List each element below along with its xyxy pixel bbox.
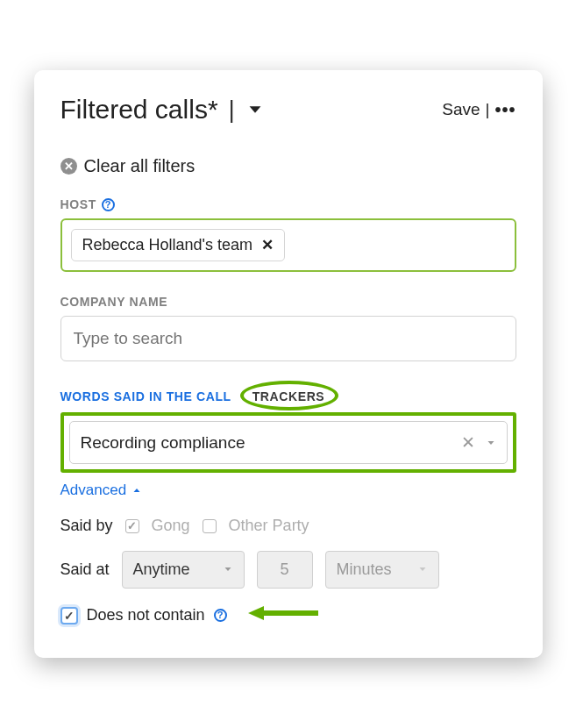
title-separator: | (229, 96, 235, 124)
close-circle-icon: ✕ (60, 158, 77, 175)
title-dropdown-button[interactable] (245, 100, 265, 119)
save-button[interactable]: Save (442, 100, 480, 119)
host-chip-remove-icon[interactable]: ✕ (261, 236, 274, 254)
company-search-input[interactable] (60, 316, 516, 361)
tracker-caret-icon[interactable] (486, 433, 496, 453)
host-chip: Rebecca Holland's team ✕ (71, 229, 286, 261)
said-at-unit-value: Minutes (337, 560, 392, 579)
said-at-when-select[interactable]: Anytime (122, 551, 245, 589)
header-right: Save | ••• (442, 100, 516, 119)
company-label-text: COMPANY NAME (60, 295, 168, 309)
host-input[interactable]: Rebecca Holland's team ✕ (60, 218, 516, 272)
tab-trackers[interactable]: TRACKERS (252, 389, 325, 403)
said-at-unit-select[interactable]: Minutes (325, 551, 439, 589)
filter-panel: Filtered calls* | Save | ••• ✕ Clear all… (34, 70, 543, 658)
host-help-icon[interactable]: ? (102, 198, 115, 211)
said-by-other-checkbox[interactable] (203, 519, 217, 533)
said-by-label: Said by (60, 517, 113, 535)
said-by-gong-label: Gong (152, 517, 190, 535)
tab-trackers-wrap: TRACKERS (251, 388, 327, 405)
tracker-select[interactable]: Recording compliance ✕ (69, 421, 508, 464)
filter-tabs: WORDS SAID IN THE CALL TRACKERS (60, 388, 516, 405)
tracker-clear-icon[interactable]: ✕ (461, 432, 475, 453)
said-by-row: Said by Gong Other Party (60, 517, 516, 535)
company-label: COMPANY NAME (60, 295, 516, 309)
advanced-toggle[interactable]: Advanced (60, 482, 516, 499)
clear-filters-label: Clear all filters (84, 156, 196, 176)
tracker-highlight-box-annotation: Recording compliance ✕ (60, 412, 516, 473)
tab-words-said[interactable]: WORDS SAID IN THE CALL (60, 389, 231, 403)
said-at-when-value: Anytime (133, 560, 190, 579)
said-by-gong-checkbox[interactable] (125, 519, 139, 533)
said-at-number-input[interactable]: 5 (257, 551, 313, 589)
page-title: Filtered calls* (60, 95, 218, 125)
host-chip-label: Rebecca Holland's team (82, 236, 253, 254)
annotation-arrow-icon (248, 604, 318, 626)
host-label-text: HOST (60, 197, 96, 211)
save-separator: | (486, 100, 490, 119)
said-at-unit-caret-icon (417, 560, 428, 579)
said-at-label: Said at (60, 560, 110, 579)
host-label: HOST ? (60, 197, 516, 211)
tracker-value: Recording compliance (81, 433, 245, 453)
said-at-number-value: 5 (281, 560, 289, 579)
does-not-contain-row: Does not contain ? (60, 604, 516, 626)
svg-marker-1 (248, 606, 264, 620)
said-at-row: Said at Anytime 5 Minutes (60, 551, 516, 589)
does-not-contain-label: Does not contain (87, 606, 205, 625)
clear-filters-button[interactable]: ✕ Clear all filters (60, 156, 516, 176)
more-menu-button[interactable]: ••• (494, 101, 516, 118)
said-by-other-label: Other Party (229, 517, 309, 535)
chevron-down-icon (245, 100, 265, 119)
said-at-when-caret-icon (223, 560, 233, 579)
advanced-label: Advanced (60, 482, 127, 499)
does-not-contain-help-icon[interactable]: ? (214, 609, 227, 622)
tracker-controls: ✕ (461, 432, 496, 453)
panel-header: Filtered calls* | Save | ••• (60, 95, 516, 125)
header-left: Filtered calls* | (60, 95, 265, 125)
chevron-up-icon (132, 485, 142, 496)
caret-down-icon (486, 438, 496, 448)
does-not-contain-checkbox[interactable] (60, 607, 78, 625)
